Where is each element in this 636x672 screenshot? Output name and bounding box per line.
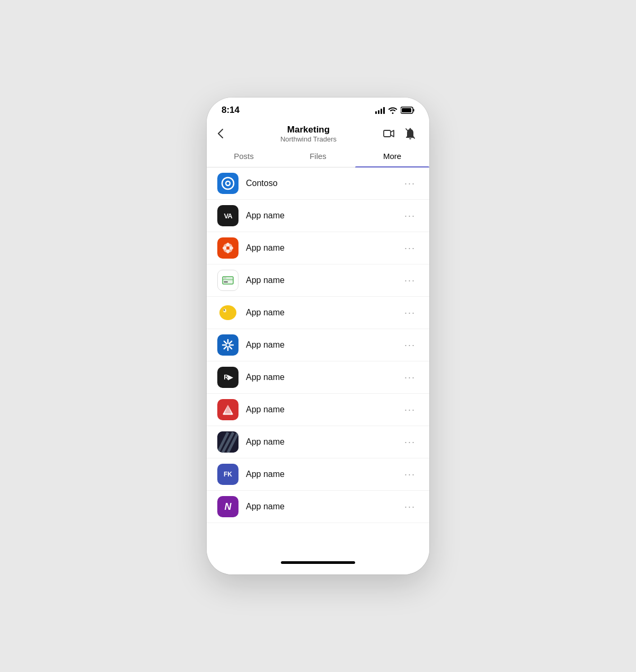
app-name: App name xyxy=(246,437,401,447)
list-item[interactable]: FK App name ··· xyxy=(207,458,429,491)
app-more-button[interactable]: ··· xyxy=(401,370,419,385)
app-more-button[interactable]: ··· xyxy=(401,176,419,191)
app-more-button[interactable]: ··· xyxy=(401,402,419,418)
app-icon-va: VA xyxy=(217,205,238,226)
svg-point-17 xyxy=(226,246,229,250)
team-name: Northwind Traders xyxy=(236,135,381,143)
app-more-button[interactable]: ··· xyxy=(401,338,419,353)
header-title: Marketing Northwind Traders xyxy=(236,125,381,143)
svg-rect-19 xyxy=(223,279,233,280)
list-item[interactable]: App name ··· xyxy=(207,297,429,329)
svg-rect-2 xyxy=(402,108,411,112)
app-name: App name xyxy=(246,470,401,479)
svg-point-22 xyxy=(219,305,236,320)
video-call-button[interactable] xyxy=(381,124,398,143)
app-name: App name xyxy=(246,211,401,220)
svg-point-23 xyxy=(223,309,226,313)
tabs: Posts Files More xyxy=(207,145,429,167)
svg-rect-3 xyxy=(384,130,391,137)
app-more-button[interactable]: ··· xyxy=(401,305,419,321)
app-more-button[interactable]: ··· xyxy=(401,467,419,482)
home-indicator xyxy=(207,555,429,574)
app-icon-flower xyxy=(217,237,238,259)
list-item[interactable]: N App name ··· xyxy=(207,491,429,523)
app-more-button[interactable]: ··· xyxy=(401,208,419,224)
app-name: App name xyxy=(246,243,401,253)
app-icon-yellow xyxy=(217,302,238,323)
app-icon-contoso xyxy=(217,173,238,194)
header-actions xyxy=(381,124,419,143)
wifi-icon xyxy=(388,107,398,114)
tab-files[interactable]: Files xyxy=(281,145,355,167)
svg-rect-20 xyxy=(224,281,228,282)
app-icon-fk: FK xyxy=(217,464,238,485)
app-icon-stripe xyxy=(217,431,238,453)
svg-point-29 xyxy=(227,344,229,347)
phone-frame: 8:14 xyxy=(207,98,429,574)
list-item[interactable]: R▶ App name ··· xyxy=(207,361,429,394)
header: Marketing Northwind Traders xyxy=(207,120,429,145)
app-name: App name xyxy=(246,373,401,382)
app-icon-rr: R▶ xyxy=(217,367,238,388)
list-item[interactable]: Contoso ··· xyxy=(207,167,429,200)
back-button[interactable] xyxy=(217,128,236,139)
app-icon-mountain xyxy=(217,399,238,420)
battery-icon xyxy=(401,107,414,114)
list-item[interactable]: App name ··· xyxy=(207,329,429,361)
app-more-button[interactable]: ··· xyxy=(401,241,419,256)
list-item[interactable]: VA App name ··· xyxy=(207,200,429,232)
list-item[interactable]: App name ··· xyxy=(207,394,429,426)
app-list: Contoso ··· VA App name ··· xyxy=(207,167,429,555)
channel-name: Marketing xyxy=(236,125,381,135)
list-item[interactable]: App name ··· xyxy=(207,232,429,264)
svg-point-7 xyxy=(227,183,229,184)
app-name: App name xyxy=(246,502,401,511)
app-name: App name xyxy=(246,405,401,414)
status-icons xyxy=(375,107,414,114)
svg-rect-1 xyxy=(413,109,414,112)
app-more-button[interactable]: ··· xyxy=(401,273,419,288)
svg-point-24 xyxy=(224,310,225,311)
mute-notifications-button[interactable] xyxy=(402,124,419,143)
app-icon-snowflake xyxy=(217,334,238,356)
app-icon-onenote: N xyxy=(217,496,238,517)
svg-rect-32 xyxy=(223,413,233,415)
app-more-button[interactable]: ··· xyxy=(401,499,419,515)
list-item[interactable]: App name ··· xyxy=(207,426,429,458)
svg-rect-21 xyxy=(224,278,226,278)
app-name: App name xyxy=(246,340,401,350)
signal-bars-icon xyxy=(375,107,385,114)
app-icon-card xyxy=(217,270,238,291)
status-bar: 8:14 xyxy=(207,98,429,120)
tab-more[interactable]: More xyxy=(355,145,429,167)
app-more-button[interactable]: ··· xyxy=(401,435,419,450)
tab-posts[interactable]: Posts xyxy=(207,145,281,167)
home-bar xyxy=(281,561,355,564)
status-time: 8:14 xyxy=(222,105,240,116)
app-name: App name xyxy=(246,308,401,317)
list-item[interactable]: App name ··· xyxy=(207,264,429,297)
app-name: App name xyxy=(246,276,401,285)
app-name: Contoso xyxy=(246,179,401,188)
